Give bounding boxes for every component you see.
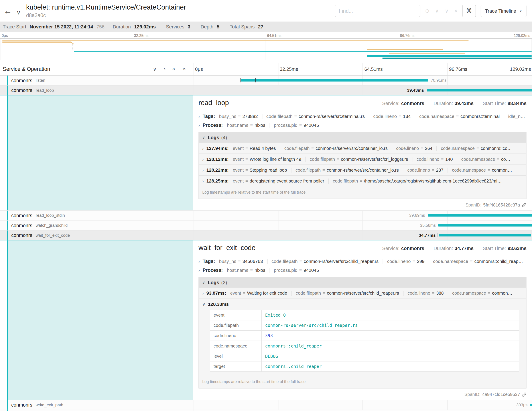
chevron-right-icon[interactable]: › [202,291,204,296]
span-bar[interactable] [439,224,532,226]
chevron-down-icon[interactable]: ∨ [202,135,205,140]
log-field-value: 393 [262,330,519,341]
log-entry-expanded-header[interactable]: ∨ 128.33ms [202,302,523,307]
log-field-chip: code.lineno=140 [412,157,453,162]
tag-chip: busy_ns=34506763 [219,259,263,264]
log-entry[interactable]: › 128.25ms: event=deregistering event so… [199,176,526,186]
tags-row[interactable]: › Tags: busy_ns=273882code.filepath=conm… [199,113,526,119]
find-control-icon[interactable]: × [454,8,457,14]
chevron-right-icon[interactable]: › [202,157,204,162]
collapse-expand-icon[interactable]: ∨ [153,66,157,72]
span-operation: read_loop_stdin [36,213,65,218]
span-bar[interactable] [240,79,428,82]
link-icon[interactable] [522,392,527,397]
minimap-waterfall [0,39,532,60]
collapse-expand-icon[interactable]: » [183,66,185,72]
log-field-chip: code.namespace=conmon… [448,291,512,296]
chevron-right-icon[interactable]: › [199,268,200,273]
find-control-icon[interactable]: ∨ [445,8,449,14]
process-row[interactable]: › Process: host.name=nixosprocess.pid=94… [199,267,526,273]
span-row-listen[interactable]: conmonrs listen 70.91ms [0,76,532,86]
page-title: kubelet: runtime.v1.RuntimeService/Creat… [26,3,186,11]
span-row-read-loop-stdin[interactable]: conmonrs read_loop_stdin 39.69ms [0,211,532,221]
service-color-bar [7,86,8,95]
span-service: conmonrs [11,88,32,93]
collapse-expand-icon[interactable]: » [171,68,177,71]
find-control-icon[interactable]: ⊙ [425,8,429,14]
tag-chip: code.lineno=134 [369,114,411,119]
trace-view-label: Trace Timeline [485,8,516,14]
chevron-down-icon[interactable]: ∨ [16,9,21,16]
span-detail-wait-for-exit-code: wait_for_exit_code Service:conmonrs Dura… [0,240,532,400]
log-entry[interactable]: › 128.22ms: event=Stopping read loopcode… [199,165,526,176]
log-field-chip: code.filepath=conmon-rs/server/src/conta… [291,168,399,173]
log-field-chip: event=Wrote log line of length 49 [233,157,301,162]
process-chip: process.pid=942045 [269,268,319,273]
find-control-icon[interactable]: ∧ [435,8,439,14]
log-entry[interactable]: › 93.87ms: event=Waiting for exit codeco… [199,288,526,298]
span-bar[interactable] [428,214,532,217]
tags-row[interactable]: › Tags: busy_ns=34506763code.filepath=co… [199,258,526,264]
span-duration-label: 303μs [516,402,528,407]
timeline-tick-label: 64.51ms [364,66,383,72]
logs-header[interactable]: ∨ Logs (4) [199,132,526,143]
log-field-row: code.lineno 393 [210,330,519,341]
service-operation-label: Service & Operation [3,66,50,72]
chevron-right-icon[interactable]: › [202,168,204,173]
chevron-down-icon[interactable]: ∨ [202,302,205,307]
trace-view-dropdown[interactable]: Trace Timeline ∨ [481,5,526,17]
log-field-key: code.lineno [210,330,262,341]
log-field-chip: event=Stopping read loop [233,168,287,173]
chevron-right-icon[interactable]: › [199,114,200,119]
detail-content: read_loop Service:conmonrs Duration:39.4… [193,96,532,210]
logs-header[interactable]: ∨ Logs (2) [199,277,526,288]
log-entry[interactable]: › 127.94ms: event=Read 4 bytescode.filep… [199,143,526,153]
span-bar[interactable] [439,234,531,236]
chevron-right-icon[interactable]: › [199,259,200,264]
span-id-value: 4a947cfd1ce59537 [482,392,520,397]
log-field-chip: code.filepath=conmon-rs/server/src/child… [291,291,399,296]
chevron-right-icon[interactable]: › [199,123,200,128]
span-row-wait-for-exit-code[interactable]: conmonrs wait_for_exit_code 34.77ms [0,230,532,240]
chevron-down-icon[interactable]: ∨ [202,280,205,285]
summary-item: Total Spans 27 [230,24,265,29]
log-field-chip: code.namespace=conmon… [447,168,512,173]
detail-left-fill [8,240,193,400]
back-button[interactable]: ← [0,6,16,16]
span-operation: watch_grandchild [36,223,68,228]
minimap-tick-label: 64.51ms [267,34,282,38]
summary-item: Trace Start November 15 2022, 11:24:14.7… [3,24,104,29]
span-operation: read_loop [36,88,54,93]
collapse-expand-icon[interactable]: › [164,66,165,72]
log-field-key: target [210,361,262,372]
span-detail-read-loop: read_loop Service:conmonrs Duration:39.4… [0,96,532,211]
tag-chip: code.filepath=conmon-rs/server/src/termi… [262,114,365,119]
span-row-read-loop[interactable]: conmonrs read_loop 39.43ms [0,86,532,96]
process-row[interactable]: › Process: host.name=nixosprocess.pid=94… [199,122,526,128]
find-input[interactable] [335,5,420,17]
trace-timeline-page: ← ∨ kubelet: runtime.v1.RuntimeService/C… [0,0,532,411]
span-row-write-exit-path[interactable]: conmonrs write_exit_path 303μs [0,400,532,410]
span-bar[interactable] [530,404,532,406]
span-bar[interactable] [427,89,532,91]
chevron-right-icon[interactable]: › [202,179,204,184]
chevron-right-icon[interactable]: › [202,146,204,151]
link-icon[interactable] [522,203,527,207]
keyboard-shortcuts-button[interactable]: ⌘ [462,5,476,17]
log-field-row: event Exited 0 [210,310,519,320]
tag-chip: code.namespace=conmonrs::child_reap… [429,259,523,264]
tag-chip: code.namespace=conmonrs::terminal [415,114,500,119]
log-field-chip: code.namespace=conmonrs::co… [436,146,512,151]
span-row-watch-grandchild[interactable]: conmonrs watch_grandchild 35.58ms [0,220,532,230]
service-color-bar [7,410,8,411]
detail-meta: Service:conmonrs Duration:34.77ms Start … [382,245,526,251]
minimap-canvas[interactable] [0,38,532,60]
span-id-value: 5faf48165428c37a [483,203,520,208]
detail-left-fill [8,96,193,210]
log-entry[interactable]: › 128.12ms: event=Wrote log line of leng… [199,153,526,164]
find-controls: ⊙∧∨× [425,8,457,14]
span-duration-label: 35.58ms [420,223,436,228]
command-icon: ⌘ [466,7,472,14]
process-chip: host.name=nixos [227,268,265,273]
logs-section: ∨ Logs (2) › 93.87ms: event=Waiting for … [199,277,526,388]
